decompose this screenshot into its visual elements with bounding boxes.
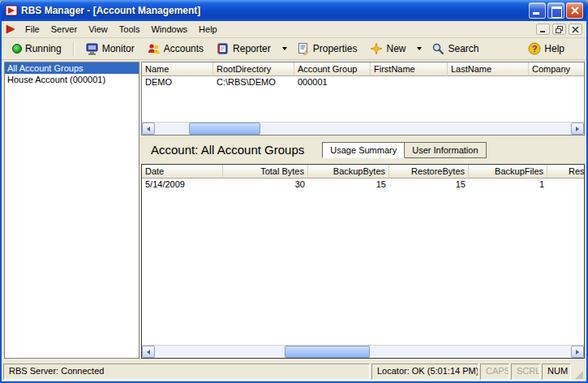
account-tabs: Usage Summary User Information <box>322 142 486 158</box>
window-controls <box>529 2 583 19</box>
toolbar: Running Monitor Accounts <box>2 38 586 60</box>
server-status-indicator: Running <box>6 41 67 57</box>
help-label: Help <box>544 43 564 54</box>
mdi-minimize-button[interactable] <box>536 24 550 35</box>
arrow-right-icon <box>576 350 579 355</box>
scroll-left-button[interactable] <box>142 123 155 135</box>
svg-text:?: ? <box>532 44 538 54</box>
help-icon: ? <box>528 42 541 55</box>
toolbar-separator <box>73 41 75 56</box>
account-section-header: Account: All Account Groups Usage Summar… <box>141 137 585 162</box>
cell-date: 5/14/2009 <box>142 179 223 191</box>
column-header-restorebytes[interactable]: RestoreBytes <box>389 165 469 179</box>
menu-file[interactable]: File <box>19 22 45 37</box>
chevron-down-icon <box>282 47 287 50</box>
accounts-horizontal-scrollbar[interactable] <box>142 122 584 135</box>
menu-view[interactable]: View <box>83 22 114 37</box>
tab-user-information[interactable]: User Information <box>405 142 486 158</box>
cell-res <box>547 179 585 191</box>
mdi-window-controls <box>536 24 584 35</box>
sidebar-item-all-account-groups[interactable]: All Account Groups <box>5 62 139 74</box>
menu-windows[interactable]: Windows <box>145 22 193 37</box>
column-header-lastname[interactable]: LastName <box>448 62 529 76</box>
new-button[interactable]: New <box>364 40 411 58</box>
arrow-left-icon <box>147 350 150 355</box>
properties-icon <box>297 42 310 55</box>
tab-usage-summary[interactable]: Usage Summary <box>322 142 405 158</box>
close-button[interactable] <box>566 2 583 19</box>
accounts-table-header: Name RootDirectory Account Group FirstNa… <box>142 62 584 76</box>
column-header-res[interactable]: Res <box>547 165 585 179</box>
menu-server[interactable]: Server <box>45 22 83 37</box>
scroll-right-button[interactable] <box>571 346 584 358</box>
menu-tools[interactable]: Tools <box>114 22 146 37</box>
arrow-right-icon <box>576 127 579 131</box>
reporter-dropdown[interactable] <box>278 45 290 52</box>
monitor-button[interactable]: Monitor <box>80 40 140 58</box>
column-header-backupbytes[interactable]: BackupBytes <box>308 165 389 179</box>
account-groups-list: All Account Groups House Account (000001… <box>4 62 139 359</box>
resize-grip[interactable] <box>573 364 584 380</box>
scrollbar-track[interactable] <box>155 346 571 358</box>
chevron-down-icon <box>417 47 422 50</box>
scroll-left-button[interactable] <box>142 346 155 358</box>
cell-lastname <box>448 76 529 88</box>
reporter-icon <box>217 42 230 55</box>
properties-label: Properties <box>313 43 358 54</box>
sidebar-item-house-account[interactable]: House Account (000001) <box>5 74 139 85</box>
mdi-restore-button[interactable] <box>552 24 566 35</box>
monitor-icon <box>86 42 99 55</box>
maximize-button[interactable] <box>547 2 564 19</box>
mdi-close-button[interactable] <box>569 24 582 35</box>
running-status-icon <box>12 44 22 54</box>
new-label: New <box>386 43 406 54</box>
locator-status-text: Locator: OK (5:01:14 PM) <box>371 364 479 380</box>
cell-rootdirectory: C:\RBS\DEMO <box>213 76 294 88</box>
scrollbar-track[interactable] <box>155 123 571 135</box>
monitor-label: Monitor <box>102 43 135 54</box>
scrollbar-thumb[interactable] <box>285 346 370 358</box>
accounts-people-icon <box>148 42 161 55</box>
cell-total-bytes: 30 <box>223 179 308 191</box>
window-title: RBS Manager - [Account Management] <box>21 5 526 16</box>
search-icon <box>431 42 444 55</box>
arrow-left-icon <box>147 127 150 131</box>
mdi-system-icon[interactable] <box>4 23 17 36</box>
column-header-company[interactable]: Company <box>529 62 585 76</box>
num-lock-indicator: NUM <box>542 364 571 380</box>
search-button[interactable]: Search <box>426 40 484 58</box>
table-row[interactable]: DEMO C:\RBS\DEMO 000001 <box>142 76 584 88</box>
title-bar: RBS Manager - [Account Management] <box>2 0 586 21</box>
column-header-firstname[interactable]: FirstName <box>371 62 448 76</box>
menu-bar: File Server View Tools Windows Help <box>2 21 586 38</box>
accounts-button[interactable]: Accounts <box>142 40 209 58</box>
cell-backupbytes: 15 <box>308 179 389 191</box>
new-icon <box>370 42 383 55</box>
cell-name: DEMO <box>142 76 213 88</box>
properties-button[interactable]: Properties <box>291 40 363 58</box>
column-header-date[interactable]: Date <box>142 165 223 179</box>
caps-lock-indicator: CAPS <box>480 364 509 380</box>
right-column: Name RootDirectory Account Group FirstNa… <box>141 62 585 359</box>
column-header-account-group[interactable]: Account Group <box>294 62 371 76</box>
app-window: RBS Manager - [Account Management] File … <box>0 0 588 383</box>
status-bar: RBS Server: Connected Locator: OK (5:01:… <box>2 362 586 381</box>
column-header-total-bytes[interactable]: Total Bytes <box>223 165 308 179</box>
server-status-text: RBS Server: Connected <box>3 364 370 380</box>
reporter-button[interactable]: Reporter <box>211 40 277 58</box>
menu-help[interactable]: Help <box>193 22 223 37</box>
main-area: All Account Groups House Account (000001… <box>2 60 586 362</box>
cell-backupfiles: 1 <box>469 179 547 191</box>
scroll-right-button[interactable] <box>571 123 584 135</box>
table-row[interactable]: 5/14/2009 30 15 15 1 <box>142 179 584 191</box>
minimize-button[interactable] <box>529 2 546 19</box>
column-header-rootdirectory[interactable]: RootDirectory <box>213 62 294 76</box>
new-dropdown[interactable] <box>413 45 424 52</box>
accounts-label: Accounts <box>164 43 204 54</box>
column-header-name[interactable]: Name <box>142 62 213 76</box>
reporter-label: Reporter <box>233 43 271 54</box>
scrollbar-thumb[interactable] <box>189 123 260 135</box>
help-button[interactable]: ? Help <box>522 40 570 58</box>
usage-horizontal-scrollbar[interactable] <box>142 345 584 358</box>
column-header-backupfiles[interactable]: BackupFiles <box>469 165 547 179</box>
